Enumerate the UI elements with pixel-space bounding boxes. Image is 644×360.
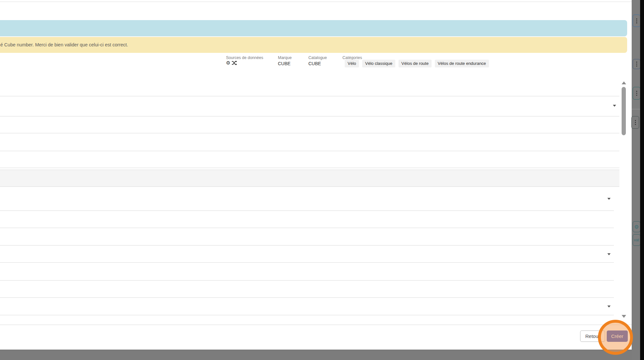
page: é Cube number. Merci de bien valider que… [0, 0, 644, 360]
side-kebab-button-3[interactable] [633, 87, 640, 100]
marque-value: CUBE [278, 61, 291, 66]
creer-button[interactable]: Créer [607, 330, 628, 342]
field-row[interactable] [0, 263, 614, 281]
chevron-down-icon [613, 105, 616, 107]
side-strip-divider [632, 109, 640, 109]
kebab-icon [635, 120, 636, 125]
form-section-upper [0, 96, 619, 168]
chevron-down-icon [607, 253, 611, 255]
section-header-band [0, 170, 619, 187]
field-row[interactable] [0, 281, 614, 298]
category-chip: Vélo [345, 60, 359, 67]
select-field-row[interactable] [0, 96, 619, 116]
sources-label: Sources de données [226, 54, 263, 60]
field-row[interactable] [0, 228, 614, 246]
footer-divider [0, 325, 632, 325]
top-divider [0, 2, 632, 2]
kebab-icon [636, 91, 637, 96]
info-banner [0, 20, 627, 36]
warning-banner: é Cube number. Merci de bien valider que… [0, 37, 627, 53]
side-gear-button[interactable]: ⚙ [633, 221, 640, 232]
gear-icon: ⚙ [226, 60, 230, 65]
side-kebab-button-1[interactable] [633, 15, 640, 27]
select-field-row[interactable] [0, 298, 614, 315]
form-section-lower [0, 187, 614, 315]
field-row[interactable] [0, 133, 619, 151]
category-chip: Vélo classique [362, 60, 395, 67]
chevron-down-icon [607, 198, 611, 200]
kebab-icon [636, 18, 637, 23]
bottom-bar [0, 350, 644, 360]
data-sources-icons: ⚙ [226, 60, 237, 65]
right-edge-strip [640, 0, 644, 360]
field-row[interactable] [0, 116, 619, 133]
section-divider [0, 168, 619, 168]
scrollbar-up-arrow[interactable] [622, 81, 626, 84]
catalogue-value: CUBE [308, 61, 321, 66]
marque-label: Marque [278, 54, 292, 60]
chevron-down-icon [607, 306, 611, 307]
scrollbar-thumb[interactable] [622, 87, 626, 135]
gear-icon: ⚙ [634, 224, 639, 230]
kebab-icon [636, 62, 637, 66]
side-vat-button-label: vat [634, 238, 639, 242]
side-kebab-button-2[interactable] [633, 59, 640, 69]
select-field-row[interactable] [0, 246, 614, 263]
side-vat-button[interactable]: vat [633, 234, 640, 246]
side-kebab-button-4[interactable] [631, 116, 639, 129]
categories-chip-list: Vélo Vélo classique Vélos de route Vélos… [345, 60, 489, 67]
select-field-row[interactable] [0, 187, 614, 211]
field-row[interactable] [0, 211, 614, 228]
side-strip [632, 0, 640, 360]
scrollbar-down-arrow[interactable] [622, 315, 626, 318]
catalogue-label: Catalogue [308, 54, 327, 60]
warning-banner-text: é Cube number. Merci de bien valider que… [0, 37, 128, 53]
field-row[interactable] [0, 151, 619, 168]
shuffle-icon [232, 61, 237, 65]
category-chip: Vélos de route endurance [435, 60, 489, 67]
category-chip: Vélos de route [399, 60, 432, 67]
retour-button[interactable]: Retour [580, 330, 605, 342]
